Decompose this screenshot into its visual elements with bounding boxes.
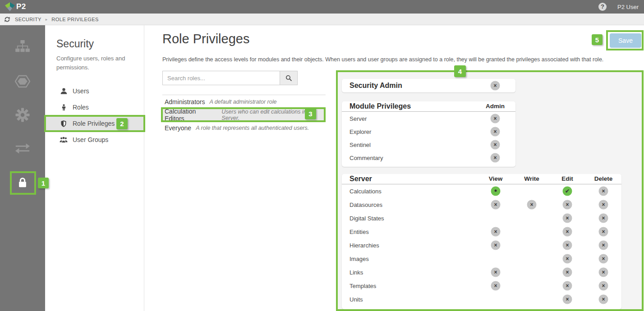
sidebar-item-users[interactable]: Users xyxy=(45,83,144,99)
deny-icon[interactable]: × xyxy=(527,200,537,210)
save-button[interactable]: Save xyxy=(610,33,641,48)
refresh-icon[interactable] xyxy=(4,16,11,23)
role-row-everyone[interactable]: EveryoneA role that represents all authe… xyxy=(162,121,326,134)
user-menu[interactable]: P2 User xyxy=(617,4,639,10)
selected-role-title: Security Admin xyxy=(342,79,515,92)
sidebar-item-label: Roles xyxy=(73,104,89,111)
security-sidebar: Security Configure users, roles and perm… xyxy=(45,25,144,311)
users-icon xyxy=(60,87,68,95)
nav-item-hexagon[interactable] xyxy=(0,72,45,92)
user-groups-icon xyxy=(60,136,68,143)
breadcrumb-separator-icon: ▸ xyxy=(46,17,48,22)
server-object-label: Templates xyxy=(350,283,376,289)
module-privilege-row: Commentary× xyxy=(342,151,515,164)
role-row-administrators[interactable]: AdministratorsA default administrator ro… xyxy=(162,95,326,108)
p2-logo-icon xyxy=(5,2,15,12)
deny-icon[interactable]: × xyxy=(599,295,608,304)
deny-icon[interactable]: × xyxy=(491,153,500,162)
top-bar: P2 ? P2 User xyxy=(0,0,644,14)
module-privilege-row: Explorer× xyxy=(342,125,515,138)
deny-icon[interactable]: × xyxy=(491,227,501,237)
sidebar-item-roles[interactable]: Roles xyxy=(45,99,144,115)
deny-icon[interactable]: × xyxy=(563,214,572,223)
module-privilege-row: Sentinel× xyxy=(342,138,515,151)
module-label: Server xyxy=(350,115,367,122)
help-icon[interactable]: ? xyxy=(598,3,607,11)
gear-icon xyxy=(15,108,30,124)
search-row xyxy=(162,71,298,85)
security-menu: UsersRolesRole PrivilegesUser Groups xyxy=(45,83,144,148)
search-icon xyxy=(285,75,292,82)
page-title: Role Privileges xyxy=(162,32,249,46)
deny-icon[interactable]: × xyxy=(599,254,608,264)
deny-icon[interactable]: × xyxy=(491,268,501,277)
deny-icon[interactable]: × xyxy=(491,200,501,210)
module-label: Commentary xyxy=(350,154,383,161)
allow-icon[interactable]: ✔ xyxy=(563,187,572,196)
nav-item-gear[interactable] xyxy=(0,106,45,126)
search-button[interactable] xyxy=(280,71,298,85)
transfer-icon xyxy=(15,143,30,156)
deny-icon[interactable]: × xyxy=(599,200,608,210)
role-description: Users who can edit calculations in Serve… xyxy=(221,109,326,121)
roles-icon xyxy=(60,104,68,111)
deny-icon[interactable]: × xyxy=(563,281,572,291)
remove-role-icon[interactable]: × xyxy=(491,81,500,91)
deny-icon[interactable]: × xyxy=(491,127,500,136)
server-privileges-header: Server ViewWriteEditDelete xyxy=(342,174,621,184)
module-privileges-rows: Server×Explorer×Sentinel×Commentary× xyxy=(342,112,515,164)
nav-item-lock[interactable] xyxy=(0,174,45,193)
module-privileges-card: Module Privileges Admin Server×Explorer×… xyxy=(342,101,515,167)
sidebar-description: Configure users, roles and permissions. xyxy=(56,54,129,72)
deny-icon[interactable]: × xyxy=(491,140,500,149)
server-object-label: Units xyxy=(350,296,363,303)
server-privilege-row: Units×× xyxy=(342,293,621,306)
breadcrumb-security[interactable]: SECURITY xyxy=(15,17,41,22)
deny-icon[interactable]: × xyxy=(599,227,608,237)
nav-item-transfer[interactable] xyxy=(0,139,45,159)
deny-icon[interactable]: × xyxy=(599,268,608,277)
server-object-label: Images xyxy=(350,256,369,262)
role-name: Everyone xyxy=(165,124,191,132)
sidebar-item-role-privileges[interactable]: Role Privileges xyxy=(45,115,144,132)
module-label: Sentinel xyxy=(350,141,371,148)
sidebar-item-user-groups[interactable]: User Groups xyxy=(45,132,144,148)
server-object-label: Hierarchies xyxy=(350,242,379,249)
deny-icon[interactable]: × xyxy=(563,200,572,210)
deny-icon[interactable]: × xyxy=(599,187,608,196)
deny-icon[interactable]: × xyxy=(491,281,501,291)
breadcrumb-role-privileges: ROLE PRIVILEGES xyxy=(51,17,98,22)
module-label: Explorer xyxy=(350,128,371,135)
server-privilege-row: Links××× xyxy=(342,265,621,279)
module-privilege-row: Server× xyxy=(342,112,515,125)
deny-icon[interactable]: × xyxy=(563,254,572,264)
deny-icon[interactable]: × xyxy=(599,241,608,250)
role-row-calculation-editors[interactable]: Calculation EditorsUsers who can edit ca… xyxy=(162,108,326,121)
server-privilege-row: Calculations✔× xyxy=(342,184,621,198)
server-privilege-row: Datasources×××× xyxy=(342,198,621,211)
shield-icon xyxy=(60,120,68,128)
column-header-write: Write xyxy=(524,174,539,184)
deny-icon[interactable]: × xyxy=(563,268,572,277)
deny-icon[interactable]: × xyxy=(563,295,572,304)
main-content: Role Privileges Privileges define the ac… xyxy=(144,25,644,311)
server-object-label: Datasources xyxy=(350,201,382,208)
nav-item-sitemap[interactable] xyxy=(0,37,45,57)
partial-icon[interactable] xyxy=(491,187,501,196)
deny-icon[interactable]: × xyxy=(563,227,572,237)
search-input[interactable] xyxy=(162,71,280,85)
deny-icon[interactable]: × xyxy=(599,214,608,223)
lock-icon xyxy=(16,177,29,190)
server-privileges-title: Server xyxy=(342,174,621,184)
logo-text: P2 xyxy=(16,2,26,11)
nav-sidebar xyxy=(0,25,45,311)
deny-icon[interactable]: × xyxy=(599,281,608,291)
deny-icon[interactable]: × xyxy=(491,241,501,250)
role-list: AdministratorsA default administrator ro… xyxy=(162,95,326,134)
hexagon-icon xyxy=(15,74,30,90)
server-privilege-row: Images×× xyxy=(342,252,621,265)
sidebar-item-label: Role Privileges xyxy=(73,120,115,127)
sidebar-item-label: User Groups xyxy=(73,136,108,143)
deny-icon[interactable]: × xyxy=(563,241,572,250)
deny-icon[interactable]: × xyxy=(491,114,500,123)
